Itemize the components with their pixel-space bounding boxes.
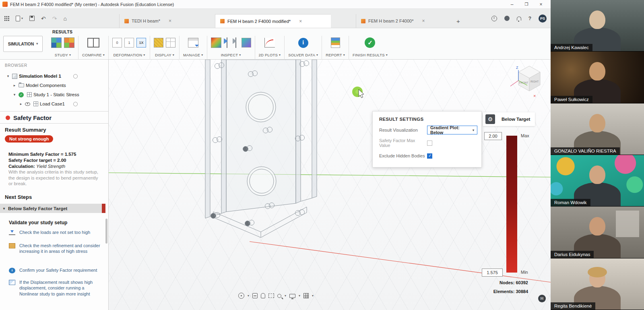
activate-radio[interactable] [73, 102, 78, 106]
collapse-caret-icon[interactable]: ▾ [6, 74, 10, 78]
viewcube-right-label[interactable]: RIGHT [530, 80, 539, 83]
document-tab-active[interactable]: FEM H beam 2 F4000 modified* × [215, 14, 331, 28]
collapse-caret-icon[interactable]: ▾ [12, 93, 17, 97]
plot-curve-icon[interactable] [264, 38, 275, 48]
participant-video[interactable]: Paweł Sułkowicz [551, 52, 644, 103]
tree-item-simulation-model[interactable]: ▾ Simulation Model 1 [0, 72, 108, 81]
notifications-bubble[interactable]: ✉ [538, 295, 546, 302]
view-cube[interactable]: FRONT RIGHT [518, 66, 540, 91]
ribbon-group-inspect[interactable]: INSPECT▾ [207, 35, 255, 57]
deformation-scale-icon[interactable]: 1X [136, 38, 146, 48]
redo-icon[interactable]: ↷ [52, 16, 57, 21]
close-button[interactable]: × [534, 0, 548, 8]
zoom-window-icon[interactable] [268, 293, 274, 298]
deformation-actual-icon[interactable]: 1 [124, 38, 134, 48]
activate-radio[interactable] [73, 74, 78, 79]
next-step-item[interactable]: If the Displacement result shows high di… [9, 279, 101, 297]
extensions-icon[interactable] [504, 16, 510, 21]
result-colors-icon[interactable] [211, 37, 221, 48]
ribbon-groups: STUDY▾ COMPARE▾ 0 1 1X DEFORMATION▾ [47, 35, 391, 60]
ribbon-group-finish-results[interactable]: FINISH RESULTS▾ [349, 35, 391, 57]
pan-icon[interactable] [252, 293, 258, 298]
compare-icon[interactable] [87, 38, 99, 48]
participant-video[interactable]: Darius Eidukynas [551, 207, 644, 258]
finish-results-check-icon[interactable] [365, 37, 375, 48]
close-x-icon[interactable]: × [533, 93, 536, 98]
legend-settings-gear-icon[interactable]: ⚙ [485, 114, 495, 124]
surface-probe-icon[interactable] [233, 37, 239, 48]
minimize-button[interactable]: – [505, 0, 519, 8]
ribbon-group-manage[interactable]: MANAGE▾ [180, 35, 207, 57]
participant-video[interactable]: GONZALO VALIÑO RIESTRA [551, 103, 644, 155]
below-target-item[interactable]: ▾ Below Safety Factor Target [0, 204, 105, 213]
tab-close-icon[interactable]: × [299, 19, 302, 24]
visibility-eye-icon[interactable] [25, 102, 30, 106]
tab-close-icon[interactable]: × [422, 18, 425, 24]
deformation-undeformed-icon[interactable]: 0 [112, 38, 122, 48]
y-axis-line [109, 173, 551, 177]
report-icon[interactable] [331, 37, 340, 48]
visualization-dropdown[interactable]: Gradient Plot: Below ▾ [427, 126, 477, 134]
ribbon-group-deformation[interactable]: 0 1 1X DEFORMATION▾ [109, 35, 150, 57]
participant-silhouette [551, 52, 644, 103]
display-mesh-icon[interactable] [166, 38, 175, 48]
home-icon[interactable]: ⌂ [63, 16, 66, 21]
file-menu-icon[interactable]: ▾ [16, 16, 23, 21]
max-value-checkbox[interactable] [427, 141, 432, 146]
orbit-icon[interactable] [238, 293, 244, 299]
new-tab-button[interactable]: + [452, 14, 465, 28]
participant-video[interactable]: Regita Bendikienė [551, 258, 644, 310]
legend-min-value[interactable]: 1.575 [482, 269, 503, 277]
tab-close-icon[interactable]: × [169, 18, 171, 24]
next-step-item[interactable]: Check the loads are not set too high [9, 229, 101, 235]
exclude-hidden-checkbox[interactable] [427, 153, 432, 159]
participant-video[interactable]: Andrzej Kawalec [551, 0, 644, 52]
document-tab[interactable]: TEDI H beam* × [119, 14, 204, 28]
chevron-down-icon[interactable]: ▾ [312, 294, 314, 298]
job-status-icon[interactable] [491, 16, 497, 21]
chevron-down-icon[interactable]: ▾ [299, 294, 300, 298]
slice-plane-icon[interactable] [242, 38, 251, 48]
panel-scrollbar[interactable] [105, 219, 107, 244]
tree-item-load-case[interactable]: ▸ Load Case1 [0, 99, 108, 108]
chevron-down-icon[interactable]: ▾ [248, 294, 249, 298]
document-tab[interactable]: FEM H beam 2 F4000* × [356, 14, 452, 28]
grid-settings-icon[interactable] [303, 293, 309, 298]
notifications-bell-icon[interactable] [517, 17, 521, 21]
maximize-button[interactable]: ❐ [519, 0, 534, 8]
folder-icon [19, 83, 24, 87]
model-viewport[interactable]: FRONT RIGHT Z × RESULT SETTINGS Result V… [109, 60, 551, 310]
ribbon-group-solver-data[interactable]: SOLVER DATA▾ [285, 35, 322, 57]
participant-video[interactable]: Roman Wdowik [551, 155, 644, 207]
tree-item-study[interactable]: ▾ ✓ Study 1 - Static Stress [0, 90, 108, 99]
legend-max-value[interactable]: 2.00 [484, 132, 502, 140]
display-settings-icon[interactable] [289, 294, 295, 298]
ribbon-group-compare[interactable]: COMPARE▾ [78, 35, 108, 57]
hand-icon[interactable] [261, 293, 265, 298]
chevron-down-icon[interactable]: ▾ [285, 294, 286, 298]
simplify-study-icon[interactable] [51, 37, 62, 48]
manage-icon[interactable] [188, 38, 198, 48]
zoom-icon[interactable] [277, 294, 281, 298]
workspace-selector[interactable]: SIMULATION▾ [3, 36, 43, 52]
help-icon[interactable]: ? [528, 16, 531, 21]
undo-icon[interactable]: ↶ [41, 16, 46, 21]
ribbon-group-2d-plots[interactable]: 2D PLOTS▾ [255, 35, 285, 57]
point-probe-icon[interactable] [224, 37, 230, 48]
collapse-caret-icon[interactable]: ▾ [0, 207, 8, 211]
next-step-item[interactable]: Check the mesh refinement and consider i… [9, 243, 101, 254]
app-menu-icon[interactable] [4, 16, 9, 21]
tree-item-model-components[interactable]: ▸ Model Components [0, 81, 108, 90]
clone-study-icon[interactable] [64, 37, 74, 48]
h-beam-model[interactable] [205, 60, 317, 238]
solver-info-icon[interactable] [298, 38, 308, 48]
expand-caret-icon[interactable]: ▸ [12, 83, 17, 87]
expand-caret-icon[interactable]: ▸ [19, 102, 23, 106]
user-avatar[interactable]: PS [539, 14, 547, 23]
ribbon-group-study[interactable]: STUDY▾ [47, 35, 78, 57]
display-shaded-icon[interactable] [154, 38, 163, 48]
ribbon-group-report[interactable]: REPORT▾ [322, 35, 349, 57]
ribbon-group-display[interactable]: DISPLAY▾ [150, 35, 179, 57]
next-step-item[interactable]: i Confirm your Safety Factor requirement [9, 267, 101, 273]
save-icon[interactable] [29, 16, 35, 21]
